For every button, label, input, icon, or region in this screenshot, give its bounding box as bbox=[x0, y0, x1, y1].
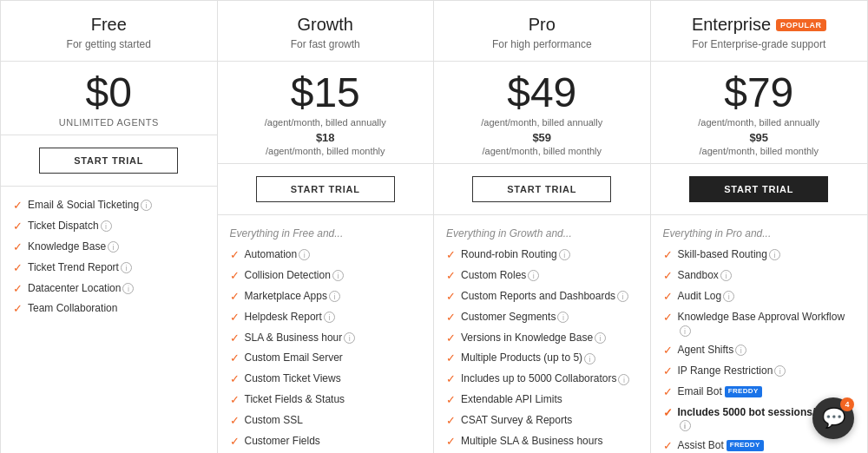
plan-header-enterprise: EnterprisePOPULARFor Enterprise-grade su… bbox=[651, 1, 868, 62]
info-icon[interactable]: i bbox=[101, 220, 112, 232]
feature-text: Agent Shiftsi bbox=[678, 344, 747, 358]
start-trial-button-enterprise[interactable]: START TRIAL bbox=[689, 176, 828, 202]
feature-text: Custom Reports and Dashboardsi bbox=[461, 290, 628, 304]
feature-item: ✓Helpdesk Reporti bbox=[230, 311, 422, 325]
info-icon[interactable]: i bbox=[141, 200, 152, 211]
info-icon[interactable]: i bbox=[723, 291, 734, 302]
info-icon[interactable]: i bbox=[344, 332, 355, 344]
feature-item: ✓Extendable API Limits bbox=[446, 393, 638, 408]
check-icon: ✓ bbox=[446, 332, 456, 346]
info-icon[interactable]: i bbox=[720, 270, 732, 281]
info-icon[interactable]: i bbox=[584, 353, 595, 364]
check-icon: ✓ bbox=[13, 261, 23, 276]
plan-price-monthly-pro: $59 bbox=[444, 131, 640, 144]
feature-text: Includes up to 5000 Collaboratorsi bbox=[461, 372, 629, 386]
feature-item: ✓Multiple Products (up to 5)i bbox=[446, 351, 638, 366]
info-icon[interactable]: i bbox=[769, 249, 780, 260]
info-icon[interactable]: i bbox=[299, 249, 310, 260]
btn-area-pro: START TRIAL bbox=[434, 164, 650, 215]
feature-item: ✓Ticket Fields & Status bbox=[230, 393, 422, 408]
info-icon[interactable]: i bbox=[735, 345, 746, 356]
check-icon: ✓ bbox=[13, 220, 23, 234]
info-icon[interactable]: i bbox=[617, 291, 628, 302]
feature-item: ✓Customer Fields bbox=[230, 435, 422, 450]
plan-name-free: Free bbox=[11, 15, 207, 35]
info-icon[interactable]: i bbox=[774, 365, 786, 377]
info-icon[interactable]: i bbox=[618, 374, 629, 385]
feature-item: ✓Custom Rolesi bbox=[446, 269, 638, 284]
plan-pricing-growth: $15/agent/month, billed annually$18/agen… bbox=[218, 62, 434, 164]
feature-text: Knowledge Basei bbox=[28, 240, 119, 254]
feature-text: Ticket Trend Reporti bbox=[28, 261, 132, 275]
features-tagline-enterprise: Everything in Pro and... bbox=[663, 227, 856, 240]
info-icon[interactable]: i bbox=[122, 283, 134, 294]
feature-text: Collision Detectioni bbox=[245, 269, 344, 283]
plan-tagline-growth: For fast growth bbox=[228, 38, 424, 50]
feature-item: ✓CSAT Survey & Reports bbox=[446, 414, 638, 429]
check-icon: ✓ bbox=[446, 414, 456, 429]
pricing-table: FreeFor getting started$0UNLIMITED agent… bbox=[0, 0, 868, 453]
check-icon: ✓ bbox=[230, 393, 240, 408]
info-icon[interactable]: i bbox=[680, 325, 691, 337]
feature-text: Datacenter Locationi bbox=[28, 282, 134, 296]
info-icon[interactable]: i bbox=[332, 270, 344, 281]
feature-item: ✓Multiple SLA & Business hours bbox=[446, 435, 638, 450]
info-icon[interactable]: i bbox=[329, 291, 340, 302]
plan-name-enterprise: EnterprisePOPULAR bbox=[661, 15, 858, 35]
features-tagline-growth: Everything in Free and... bbox=[230, 227, 422, 240]
feature-text: Multiple Products (up to 5)i bbox=[461, 351, 595, 365]
start-trial-button-free[interactable]: START TRIAL bbox=[39, 148, 178, 174]
plan-price-monthly-label-growth: /agent/month, billed monthly bbox=[228, 146, 424, 156]
feature-item: ✓Audit Logi bbox=[663, 290, 856, 305]
check-icon: ✓ bbox=[663, 311, 673, 325]
plan-col-enterprise: EnterprisePOPULARFor Enterprise-grade su… bbox=[651, 1, 868, 453]
chat-button[interactable]: 💬 4 bbox=[812, 397, 854, 439]
check-icon: ✓ bbox=[13, 240, 23, 255]
btn-area-free: START TRIAL bbox=[1, 135, 217, 187]
info-icon[interactable]: i bbox=[559, 249, 570, 260]
start-trial-button-pro[interactable]: START TRIAL bbox=[472, 176, 611, 202]
plan-pricing-free: $0UNLIMITED agents bbox=[1, 62, 217, 135]
plan-col-growth: GrowthFor fast growth$15/agent/month, bi… bbox=[218, 1, 435, 453]
info-icon[interactable]: i bbox=[324, 312, 335, 323]
check-icon: ✓ bbox=[230, 290, 240, 305]
start-trial-button-growth[interactable]: START TRIAL bbox=[256, 176, 395, 202]
plan-price-main-pro: $49 bbox=[444, 72, 640, 114]
check-icon: ✓ bbox=[446, 248, 456, 263]
info-icon[interactable]: i bbox=[595, 332, 606, 344]
features-section-growth: Everything in Free and...✓Automationi✓Co… bbox=[218, 215, 434, 453]
feature-text: Team Collaboration bbox=[28, 302, 117, 316]
feature-text: Customer Segmentsi bbox=[461, 311, 569, 325]
feature-text: Sandboxi bbox=[678, 269, 732, 283]
feature-item: ✓Ticket Dispatchi bbox=[13, 220, 205, 234]
check-icon: ✓ bbox=[663, 406, 673, 421]
plan-price-monthly-label-pro: /agent/month, billed monthly bbox=[444, 146, 640, 156]
check-icon: ✓ bbox=[230, 351, 240, 366]
info-icon[interactable]: i bbox=[528, 270, 539, 281]
info-icon[interactable]: i bbox=[680, 420, 691, 431]
plan-price-detail-pro: /agent/month, billed annually bbox=[444, 117, 640, 128]
info-icon[interactable]: i bbox=[557, 312, 569, 323]
check-icon: ✓ bbox=[446, 290, 456, 305]
check-icon: ✓ bbox=[663, 439, 673, 453]
info-icon[interactable]: i bbox=[121, 262, 132, 273]
feature-item: ✓Ticket Trend Reporti bbox=[13, 261, 205, 276]
chat-icon: 💬 bbox=[822, 407, 845, 430]
feature-text: Extendable API Limits bbox=[461, 393, 562, 407]
features-tagline-pro: Everything in Growth and... bbox=[446, 227, 638, 240]
check-icon: ✓ bbox=[446, 351, 456, 366]
feature-item: ✓Collision Detectioni bbox=[230, 269, 422, 284]
check-icon: ✓ bbox=[13, 199, 23, 213]
check-icon: ✓ bbox=[230, 332, 240, 346]
popular-badge: POPULAR bbox=[776, 19, 826, 31]
check-icon: ✓ bbox=[230, 435, 240, 450]
plan-header-free: FreeFor getting started bbox=[1, 1, 217, 62]
plan-price-main-growth: $15 bbox=[228, 72, 424, 114]
info-icon[interactable]: i bbox=[108, 241, 119, 253]
feature-item: ✓Knowledge Base Approval Workflowi bbox=[663, 311, 856, 338]
feature-text: Custom Email Server bbox=[245, 351, 343, 365]
feature-item: ✓Skill-based Routingi bbox=[663, 248, 856, 263]
feature-text: Ticket Fields & Status bbox=[245, 393, 345, 407]
feature-text: Automationi bbox=[245, 248, 311, 262]
check-icon: ✓ bbox=[446, 393, 456, 408]
